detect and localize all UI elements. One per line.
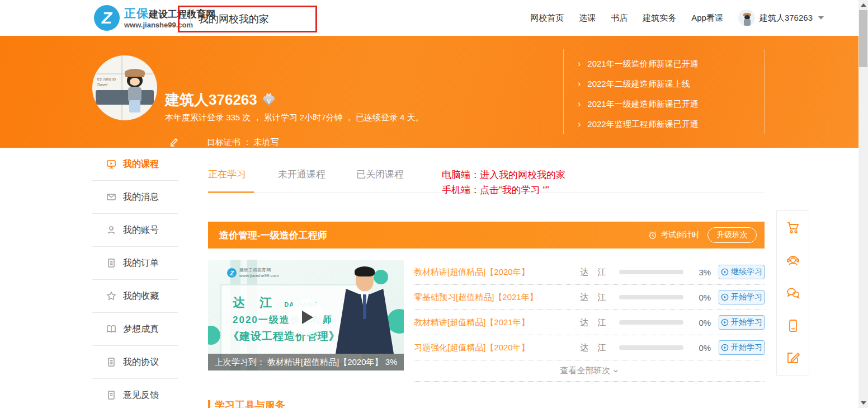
progress-percent: 0% [690,343,711,353]
book-icon [106,324,116,334]
tab-not-opened[interactable]: 未开通课程 [278,168,326,181]
login-stats: 本年度累计登录 335 次 ， 累计学习 2小时7分钟 ， 已连续登录 4 天。 [165,112,424,123]
nav-courses[interactable]: 选课 [579,13,596,24]
class-title-link[interactable]: 教材精讲[超值精品]【2021年】 [414,317,580,328]
video-course-line2: 《建设工程造价管理》 [228,329,340,344]
course-title: 造价管理-一级造价工程师 [219,229,648,242]
class-list: 教材精讲[超值精品]【2020年】 达 江 3% 继续学习 零基础预习[超值精品… [414,260,765,382]
floating-toolbar [776,210,809,376]
tab-learning[interactable]: 正在学习 [208,168,246,181]
user-menu[interactable]: 建筑人376263 [738,10,824,26]
tab-closed[interactable]: 已关闭课程 [356,168,404,181]
sidebar-item-feedback[interactable]: 意见反馈 [92,379,178,408]
progress-bar [619,295,683,299]
course-card: 造价管理-一级造价工程师 考试倒计时 升级班次 Z 建设工程教育网www.jia… [208,222,765,248]
start-learning-button[interactable]: 开始学习 [719,290,765,304]
logo-icon: Z [94,5,120,31]
target-certificate[interactable]: 目标证书 ： 未填写 [207,137,279,148]
play-button-icon[interactable] [288,299,324,335]
red-annotation: 电脑端：进入我的网校我的家 手机端：点击“我的学习 “” [442,167,565,198]
announcement-item[interactable]: ›2021年一级建造师新课已开通 [578,94,764,114]
chevron-right-icon: › [578,79,581,89]
top-nav: 网校首页 选课 书店 建筑实务 App看课 建筑人376263 [530,0,824,36]
page: Z 正保建设工程教育网 www.jianshe99.com 我的网校我的家 网校… [0,0,868,408]
sidebar-item-my-agreements[interactable]: 我的协议 [92,346,178,379]
progress-bar [619,270,683,274]
avatar[interactable]: It's Time to Travel [92,55,157,120]
sidebar-item-my-orders[interactable]: 我的订单 [92,247,178,280]
course-card-header: 造价管理-一级造价工程师 考试倒计时 升级班次 [208,222,765,248]
progress-percent: 0% [690,293,711,302]
vertical-scrollbar[interactable] [858,0,868,408]
class-row: 习题强化[超值精品]【2020年】 达 江 0% 开始学习 [414,335,765,360]
last-learned-caption: 上次学习到： 教材精讲[超值精品]【2020年】 3% [208,354,404,371]
play-circle-icon [721,293,729,301]
exam-countdown[interactable]: 考试倒计时 [648,230,700,240]
document-icon [106,258,116,268]
teacher-name: 达 江 [580,267,619,278]
class-title-link[interactable]: 教材精讲[超值精品]【2020年】 [414,267,580,278]
chevron-down-icon [818,16,824,20]
scrollbar-thumb[interactable] [859,10,867,67]
view-all-classes-link[interactable]: 查看全部班次 [414,360,765,382]
class-title-link[interactable]: 习题强化[超值精品]【2020年】 [414,343,580,353]
play-circle-icon [721,268,729,276]
tools-section-title: 学习工具与服务 [208,398,285,408]
teacher-name: 达 江 [580,292,619,303]
nav-bookstore[interactable]: 书店 [611,13,628,24]
highlight-label: 我的网校我的家 [199,12,269,26]
user-avatar-small [738,10,755,26]
nav-practice[interactable]: 建筑实务 [643,13,676,24]
progress-bar [619,320,683,325]
progress-percent: 3% [690,268,711,277]
mobile-icon[interactable] [785,318,801,334]
vip-badge-icon[interactable]: V [263,93,275,107]
sidebar-item-my-account[interactable]: 我的账号 [92,214,178,247]
sidebar-item-my-favorites[interactable]: 我的收藏 [92,280,178,313]
envelope-icon [106,192,116,202]
document-icon [106,390,116,400]
main-content: 正在学习 未开通课程 已关闭课程 电脑端：进入我的网校我的家 手机端：点击“我的… [208,148,765,248]
announcement-item[interactable]: ›2022年二级建造师新课上线 [578,74,764,94]
class-row: 零基础预习[超值精品]【2021年】 达 江 0% 开始学习 [414,285,765,310]
continue-learning-button[interactable]: 继续学习 [719,265,765,279]
video-thumbnail[interactable]: Z 建设工程教育网www.jianshe99.com 达 江 DA JIANG … [208,260,404,371]
teacher-photo [331,270,398,354]
announcement-list: ›2021年一级造价师新课已开通 ›2022年二级建造师新课上线 ›2021年一… [563,49,765,134]
edit-pencil-icon[interactable] [169,137,180,147]
class-title-link[interactable]: 零基础预习[超值精品]【2021年】 [414,292,580,303]
sidebar-item-my-courses[interactable]: 我的课程 [92,148,178,181]
username-label: 建筑人376263 [760,13,813,24]
course-tabs: 正在学习 未开通课程 已关闭课程 电脑端：进入我的网校我的家 手机端：点击“我的… [208,148,765,193]
my-school-home-highlight[interactable]: 我的网校我的家 [178,6,317,32]
start-learning-button[interactable]: 开始学习 [719,340,765,355]
play-circle-icon [721,344,729,351]
chevron-right-icon: › [578,99,581,109]
alarm-clock-icon [648,231,657,240]
chevron-right-icon: › [578,119,581,129]
start-learning-button[interactable]: 开始学习 [719,315,765,330]
announcement-item[interactable]: ›2021年一级造价师新课已开通 [578,54,764,74]
progress-bar [619,345,683,350]
user-icon [106,225,116,235]
avatar-caption: It's Time to Travel [97,77,119,88]
sidebar: 我的课程 我的消息 我的账号 我的订单 我的收藏 梦想成真 我的协议 意见反馈 [92,148,178,408]
nav-home[interactable]: 网校首页 [530,13,564,24]
cart-icon[interactable] [785,220,801,236]
document-icon [106,357,116,367]
scroll-up-arrow-icon[interactable] [861,3,866,7]
scroll-down-arrow-icon[interactable] [861,401,866,405]
customer-service-icon[interactable] [785,252,801,268]
upgrade-class-button[interactable]: 升级班次 [707,227,757,243]
sidebar-item-dream-true[interactable]: 梦想成真 [92,313,178,346]
announcement-item[interactable]: ›2022年监理工程师新课已开通 [578,114,764,134]
star-icon [106,291,116,301]
nav-app[interactable]: App看课 [691,13,723,24]
wechat-icon[interactable] [785,285,801,301]
progress-percent: 0% [690,318,711,327]
sidebar-item-my-messages[interactable]: 我的消息 [92,181,178,214]
banner-username: 建筑人376263 [165,90,257,110]
chevron-right-icon: › [578,59,581,69]
feedback-edit-icon[interactable] [785,350,801,366]
active-tab-underline [208,191,254,193]
